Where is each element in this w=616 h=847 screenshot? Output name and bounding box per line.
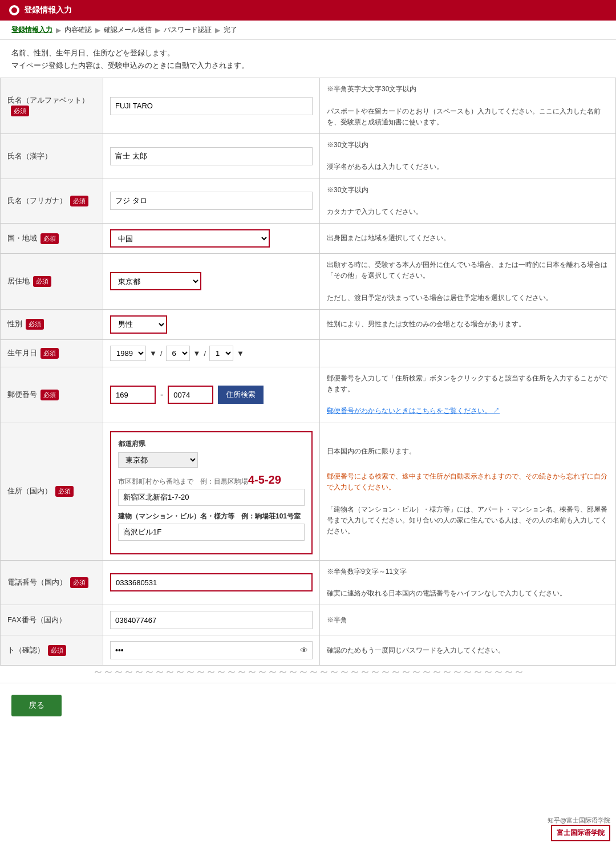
breadcrumb-arrow-2: ▶ bbox=[95, 26, 100, 34]
note-gender-1: 性別により、男性または女性のみの会場となる場合があります。 bbox=[327, 319, 609, 330]
breadcrumb-step-1: 登録情報入力 bbox=[11, 25, 52, 35]
prefecture-select[interactable]: 東京都 大阪府 bbox=[118, 452, 198, 468]
note-residence-1: 出願する時に、受験する本人が国外に住んでいる場合、または一時的に日本を離れる場合… bbox=[327, 260, 609, 281]
label-birthdate: 生年月日必須 bbox=[1, 339, 103, 367]
note-furigana: ※30文字以内 カタカナで入力してください。 bbox=[320, 179, 616, 224]
note-password-confirm: 確認のためもう一度同じパスワードを入力してください。 bbox=[320, 635, 616, 666]
required-badge-password-confirm: 必須 bbox=[48, 645, 66, 656]
input-cell-password-confirm: 👁 bbox=[103, 635, 320, 666]
input-cell-name-alpha bbox=[103, 78, 320, 134]
note-residence: 出願する時に、受験する本人が国外に住んでいる場合、または一時的に日本を離れる場合… bbox=[320, 254, 616, 310]
note-address-building: 「建物名（マンション・ビル）・様方等」には、アパート・マンション名、棟番号、部屋… bbox=[327, 504, 609, 537]
label-password-confirm: ト（確認）必須 bbox=[1, 635, 103, 666]
registration-form: 氏名（アルファベット）必須 ※半角英字大文字30文字以内 パスポートや在留カード… bbox=[0, 78, 616, 666]
password-eye-icon[interactable]: 👁 bbox=[300, 646, 308, 655]
row-password-confirm: ト（確認）必須 👁 確認のためもう一度同じパスワードを入力してください。 bbox=[1, 635, 616, 666]
breadcrumb-step-4: パスワード認証 bbox=[164, 25, 212, 35]
back-button[interactable]: 戻る bbox=[11, 695, 62, 716]
required-badge-residence: 必須 bbox=[33, 276, 51, 287]
postal-input-2[interactable] bbox=[168, 386, 213, 404]
row-tel: 電話番号（国内）必須 ※半角数字9文字～11文字 確実に連絡が取れる日本国内の電… bbox=[1, 560, 616, 605]
input-cell-tel bbox=[103, 560, 320, 605]
input-cell-name-kanji bbox=[103, 133, 320, 179]
label-address: 住所（国内）必須 bbox=[1, 423, 103, 560]
header-bar: 登録情報入力 bbox=[0, 0, 616, 21]
label-residence: 居住地必須 bbox=[1, 254, 103, 310]
wave-divider: ～～～～～～～～～～～～～～～～～～～～～～～～～～～～～～～～～～～～～～～～… bbox=[0, 666, 616, 677]
note-residence-2: ただし、渡日予定が決まっている場合は居住予定地を選択してください。 bbox=[327, 293, 609, 303]
description-line2: マイページ登録した内容は、受験申込みのときに自動で入力されます。 bbox=[11, 59, 605, 72]
postal-dash: - bbox=[160, 390, 163, 400]
bottom-bar: 戻る bbox=[0, 683, 616, 728]
note-furigana-2: カタカナで入力してください。 bbox=[327, 206, 609, 217]
birth-month-select[interactable]: 6 7 bbox=[166, 346, 190, 361]
fax-input[interactable] bbox=[110, 611, 313, 629]
date-slash-1: ▼ bbox=[149, 349, 157, 358]
postal-input-1[interactable] bbox=[110, 386, 156, 404]
description-line1: 名前、性別、生年月日、住所などを登録します。 bbox=[11, 47, 605, 59]
note-gender: 性別により、男性または女性のみの会場となる場合があります。 bbox=[320, 309, 616, 339]
breadcrumb-arrow-1: ▶ bbox=[56, 26, 61, 34]
note-tel-2: 確実に連絡が取れる日本国内の電話番号をハイフンなしで入力してください。 bbox=[327, 588, 609, 599]
label-country: 国・地域必須 bbox=[1, 224, 103, 254]
breadcrumb-step-2: 内容確認 bbox=[64, 25, 92, 35]
date-separator-2: / bbox=[204, 349, 206, 358]
password-confirm-input[interactable] bbox=[110, 641, 313, 659]
note-postal-1: 郵便番号を入力して「住所検索」ボタンをクリックすると該当する住所を入力することが… bbox=[327, 373, 609, 395]
input-cell-residence: 東京都 大阪府 その他 bbox=[103, 254, 320, 310]
postal-row: - 住所検索 bbox=[110, 386, 313, 404]
row-postal: 郵便番号必須 - 住所検索 郵便番号を入力して「住所検索」ボタンをクリックすると… bbox=[1, 367, 616, 423]
label-postal: 郵便番号必須 bbox=[1, 367, 103, 423]
note-kanji-1: ※30文字以内 bbox=[327, 140, 609, 151]
note-fax: ※半角 bbox=[320, 605, 616, 635]
street-example: 市区郡町村から番地まで 例：目黒区駒場4-5-29 bbox=[118, 473, 305, 487]
input-cell-postal: - 住所検索 bbox=[103, 367, 320, 423]
address-box: 都道府県 東京都 大阪府 市区郡町村から番地まで 例：目黒区駒場4-5-29 建… bbox=[110, 431, 313, 554]
required-badge-furigana: 必須 bbox=[70, 196, 88, 206]
label-name-furigana: 氏名（フリガナ）必須 bbox=[1, 179, 103, 224]
gender-select[interactable]: 男性 女性 bbox=[110, 315, 167, 334]
note-tel-1: ※半角数字9文字～11文字 bbox=[327, 566, 609, 577]
country-select[interactable]: 中国 日本 韓国 bbox=[110, 229, 270, 248]
watermark-logo: 富士国际语学院 bbox=[551, 825, 610, 841]
label-fax: FAX番号（国内） bbox=[1, 605, 103, 635]
note-address-orange: 郵便番号による検索で、途中まで住所が自動表示されますので、その続きから忘れずに自… bbox=[327, 471, 609, 493]
date-slash-3: ▼ bbox=[237, 349, 244, 358]
input-cell-furigana bbox=[103, 179, 320, 224]
breadcrumb-arrow-4: ▶ bbox=[215, 26, 220, 34]
password-wrap: 👁 bbox=[110, 641, 313, 659]
note-alpha-2: パスポートや在留カードのとおり（スペースも）入力してください。ここに入力した名前… bbox=[327, 106, 609, 128]
input-cell-address: 都道府県 東京都 大阪府 市区郡町村から番地まで 例：目黒区駒場4-5-29 建… bbox=[103, 423, 320, 560]
breadcrumb-arrow-3: ▶ bbox=[155, 26, 160, 34]
birth-year-select[interactable]: 1989 1990 bbox=[110, 346, 146, 361]
note-country: 出身国または地域を選択してください。 bbox=[320, 224, 616, 254]
required-badge-country: 必須 bbox=[40, 233, 59, 244]
row-residence: 居住地必須 東京都 大阪府 その他 出願する時に、受験する本人が国外に住んでいる… bbox=[1, 254, 616, 310]
page-title: 登録情報入力 bbox=[24, 5, 72, 15]
note-alpha-1: ※半角英字大文字30文字以内 bbox=[327, 84, 609, 95]
building-input[interactable] bbox=[118, 524, 305, 541]
input-cell-gender: 男性 女性 bbox=[103, 309, 320, 339]
tel-input[interactable] bbox=[110, 573, 313, 591]
description: 名前、性別、生年月日、住所などを登録します。 マイページ登録した内容は、受験申込… bbox=[0, 40, 616, 78]
postal-search-button[interactable]: 住所検索 bbox=[218, 386, 264, 404]
input-cell-country: 中国 日本 韓国 bbox=[103, 224, 320, 254]
residence-select[interactable]: 東京都 大阪府 その他 bbox=[110, 272, 201, 290]
name-furigana-input[interactable] bbox=[110, 192, 313, 210]
birth-day-select[interactable]: 1 2 bbox=[209, 346, 233, 361]
note-name-alpha: ※半角英字大文字30文字以内 パスポートや在留カードのとおり（スペースも）入力し… bbox=[320, 78, 616, 134]
name-alpha-input[interactable] bbox=[110, 97, 313, 115]
date-separator-1: / bbox=[160, 349, 163, 358]
street-input[interactable] bbox=[118, 489, 305, 506]
note-address-1: 日本国内の住所に限ります。 bbox=[327, 446, 609, 457]
row-address: 住所（国内）必須 都道府県 東京都 大阪府 市区郡町村から番地まで 例：目黒区駒… bbox=[1, 423, 616, 560]
header-icon bbox=[9, 5, 19, 15]
postal-link[interactable]: 郵便番号がわからないときはこちらをご覧ください。 ↗ bbox=[327, 407, 500, 415]
required-badge-address: 必須 bbox=[55, 486, 74, 497]
required-badge-gender: 必須 bbox=[26, 319, 44, 330]
label-gender: 性別必須 bbox=[1, 309, 103, 339]
name-kanji-input[interactable] bbox=[110, 147, 313, 165]
label-name-kanji: 氏名（漢字） bbox=[1, 133, 103, 179]
required-badge-postal: 必須 bbox=[40, 390, 59, 400]
required-badge-birthdate: 必須 bbox=[40, 348, 59, 359]
